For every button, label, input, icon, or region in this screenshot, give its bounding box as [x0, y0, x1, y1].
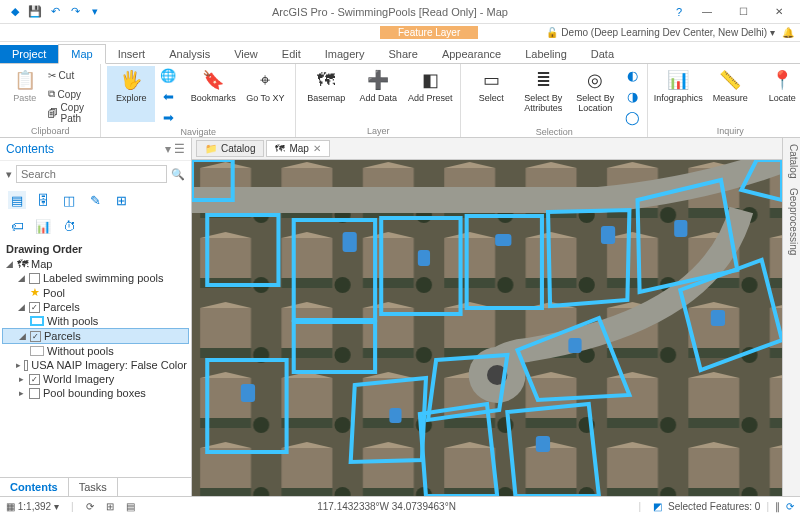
add-preset-button[interactable]: ◧Add Preset	[406, 66, 454, 122]
measure-button[interactable]: 📏Measure	[706, 66, 754, 122]
select-by-attributes-button[interactable]: ≣Select By Attributes	[519, 66, 567, 122]
status-rotate-icon[interactable]: ⟳	[86, 501, 94, 512]
cut-button[interactable]: ✂ Cut	[48, 66, 95, 84]
tree-with-pools[interactable]: With pools	[2, 314, 189, 328]
svg-rect-32	[389, 408, 401, 423]
select-button[interactable]: ▭Select	[467, 66, 515, 122]
search-icon[interactable]: 🔍	[171, 168, 185, 181]
layer-group-label: Layer	[302, 125, 454, 136]
window-title: ArcGIS Pro - SwimmingPools [Read Only] -…	[110, 6, 670, 18]
full-extent-icon[interactable]: 🌐	[159, 66, 177, 84]
list-by-selection-icon[interactable]: ◫	[60, 191, 78, 209]
add-data-button[interactable]: ➕Add Data	[354, 66, 402, 122]
explore-button[interactable]: 🖐Explore	[107, 66, 155, 122]
lock-icon: 🔓	[546, 27, 558, 38]
tab-appearance[interactable]: Appearance	[430, 45, 513, 63]
tree-map[interactable]: ◢🗺Map	[2, 257, 189, 271]
tab-project[interactable]: Project	[0, 45, 58, 63]
map-tab-catalog[interactable]: 📁Catalog	[196, 140, 264, 157]
copy-button[interactable]: ⧉ Copy	[48, 85, 95, 103]
tree-world-imagery[interactable]: ▸✓World Imagery	[2, 372, 189, 386]
map-tab-map[interactable]: 🗺Map✕	[266, 140, 329, 157]
svg-rect-24	[343, 232, 357, 252]
tasks-tab[interactable]: Tasks	[69, 478, 118, 496]
navigate-group-label: Navigate	[107, 126, 289, 137]
label-icon[interactable]: 🏷	[8, 217, 26, 235]
copy-path-button[interactable]: 🗐 Copy Path	[48, 104, 95, 122]
catalog-icon: 📁	[205, 143, 217, 154]
list-by-snapping-icon[interactable]: ⊞	[112, 191, 130, 209]
inquiry-group-label: Inquiry	[654, 125, 800, 136]
map-icon: 🗺	[275, 143, 285, 154]
signin-status[interactable]: 🔓 Demo (Deep Learning Dev Center, New De…	[546, 27, 800, 38]
minimize-button[interactable]: —	[690, 2, 724, 22]
selection-group-label: Selection	[467, 126, 641, 137]
selected-features-label: Selected Features: 0	[668, 501, 760, 512]
tree-pool-symbol[interactable]: ★Pool	[2, 285, 189, 300]
basemap-button[interactable]: 🗺Basemap	[302, 66, 350, 122]
infographics-button[interactable]: 📊Infographics	[654, 66, 702, 122]
tab-view[interactable]: View	[222, 45, 270, 63]
bookmarks-button[interactable]: 🔖Bookmarks	[189, 66, 237, 122]
paste-button[interactable]: 📋Paste	[6, 66, 44, 122]
tab-imagery[interactable]: Imagery	[313, 45, 377, 63]
tree-parcels-1[interactable]: ◢✓Parcels	[2, 300, 189, 314]
tree-bbox[interactable]: ▸Pool bounding boxes	[2, 386, 189, 400]
next-extent-icon[interactable]: ➡	[159, 108, 177, 126]
map-view[interactable]	[192, 160, 782, 496]
tree-without-pools[interactable]: Without pools	[2, 344, 189, 358]
close-tab-icon[interactable]: ✕	[313, 143, 321, 154]
prev-extent-icon[interactable]: ⬅	[159, 87, 177, 105]
maximize-button[interactable]: ☐	[726, 2, 760, 22]
close-button[interactable]: ✕	[762, 2, 796, 22]
tab-data[interactable]: Data	[579, 45, 626, 63]
contents-tab[interactable]: Contents	[0, 478, 69, 496]
locate-button[interactable]: 📍Locate	[758, 66, 800, 122]
save-icon[interactable]: 💾	[26, 3, 44, 21]
tab-analysis[interactable]: Analysis	[157, 45, 222, 63]
svg-rect-31	[241, 384, 255, 402]
selected-features-icon: ◩	[653, 501, 662, 512]
refresh-icon[interactable]: ⟳	[786, 501, 794, 512]
sel-switch-icon[interactable]: ◑	[623, 87, 641, 105]
contents-title: Contents	[6, 142, 54, 156]
status-grid-icon[interactable]: ▤	[126, 501, 135, 512]
goto-xy-button[interactable]: ⌖Go To XY	[241, 66, 289, 122]
clipboard-group-label: Clipboard	[6, 125, 94, 136]
coordinates-readout: 117.1432338°W 34.0739463°N	[147, 501, 627, 512]
list-by-editing-icon[interactable]: ✎	[86, 191, 104, 209]
app-icon: ◆	[6, 3, 24, 21]
pause-draw-icon[interactable]: ∥	[775, 501, 780, 512]
chevron-down-icon: ▾	[770, 27, 775, 38]
svg-rect-28	[674, 220, 687, 237]
select-by-location-button[interactable]: ◎Select By Location	[571, 66, 619, 122]
tree-naip[interactable]: ▸USA NAIP Imagery: False Color	[2, 358, 189, 372]
tab-share[interactable]: Share	[377, 45, 430, 63]
tab-labeling[interactable]: Labeling	[513, 45, 579, 63]
side-tab-catalog[interactable]: Catalog	[784, 144, 799, 178]
sel-grow-icon[interactable]: ◐	[623, 66, 641, 84]
status-snap-icon[interactable]: ⊞	[106, 501, 114, 512]
tab-insert[interactable]: Insert	[106, 45, 158, 63]
contents-menu-icon[interactable]: ▾ ☰	[165, 142, 185, 156]
help-icon[interactable]: ?	[670, 3, 688, 21]
time-icon[interactable]: ⏱	[60, 217, 78, 235]
notification-icon[interactable]: 🔔	[782, 27, 794, 38]
undo-icon[interactable]: ↶	[46, 3, 64, 21]
tab-map[interactable]: Map	[58, 44, 105, 64]
tree-labeled-pools[interactable]: ◢Labeled swimming pools	[2, 271, 189, 285]
search-input[interactable]	[16, 165, 167, 183]
chart-icon[interactable]: 📊	[34, 217, 52, 235]
scale-combo[interactable]: ▦ 1:1,392 ▾	[6, 501, 59, 512]
list-by-source-icon[interactable]: 🗄	[34, 191, 52, 209]
side-tab-geoprocessing[interactable]: Geoprocessing	[784, 188, 799, 255]
tab-edit[interactable]: Edit	[270, 45, 313, 63]
list-by-drawing-order-icon[interactable]: ▤	[8, 191, 26, 209]
svg-rect-25	[418, 250, 430, 266]
tree-parcels-2[interactable]: ◢✓Parcels	[2, 328, 189, 344]
qat-more-icon[interactable]: ▾	[86, 3, 104, 21]
filter-icon[interactable]: ▾	[6, 168, 12, 181]
context-tab-label: Feature Layer	[380, 26, 478, 39]
redo-icon[interactable]: ↷	[66, 3, 84, 21]
sel-clear-icon[interactable]: ◯	[623, 108, 641, 126]
